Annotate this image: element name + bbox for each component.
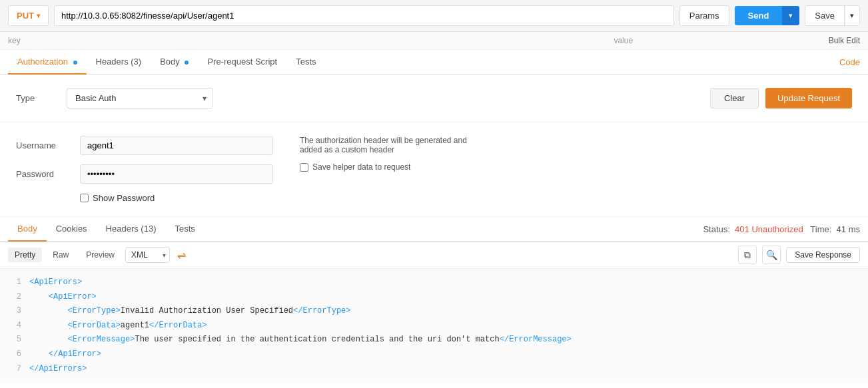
tab-headers[interactable]: Headers (3): [87, 50, 151, 75]
send-dropdown-button[interactable]: ▾: [782, 6, 799, 25]
method-label: PUT: [17, 11, 34, 21]
top-bar: PUT ▾ Params Send ▾ Save ▾: [0, 0, 868, 32]
params-key-label: key: [8, 36, 418, 45]
code-link[interactable]: Code: [839, 57, 860, 67]
line-num-5: 5: [8, 333, 21, 347]
save-helper-checkbox[interactable]: [300, 163, 308, 172]
code-line-3: 3 <ErrorType>Invalid Authorization User …: [8, 304, 860, 319]
username-input[interactable]: [80, 136, 273, 155]
save-response-button[interactable]: Save Response: [786, 247, 860, 263]
show-password-checkbox[interactable]: [80, 194, 89, 202]
save-group: Save ▾: [805, 5, 860, 26]
line-content-2: <ApiError>: [29, 290, 860, 305]
line-num-1: 1: [8, 276, 21, 290]
update-request-button[interactable]: Update Request: [765, 88, 852, 108]
password-row: Password: [16, 164, 273, 184]
time-prefix: Time:: [810, 224, 831, 234]
auth-actions: Clear Update Request: [710, 88, 852, 108]
line-content-1: <ApiErrors>: [29, 276, 860, 290]
auth-info-text: The authorization header will be generat…: [300, 136, 486, 154]
tab-tests[interactable]: Tests: [286, 50, 325, 75]
tab-prerequest[interactable]: Pre-request Script: [198, 50, 286, 75]
send-group: Send ▾: [735, 6, 800, 25]
tab-authorization-label: Authorization: [17, 57, 68, 67]
line-num-3: 3: [8, 304, 21, 319]
body-dot: [185, 61, 189, 65]
code-line-1: 1 <ApiErrors>: [8, 276, 860, 290]
bulk-edit-button[interactable]: Bulk Edit: [829, 36, 860, 45]
line-content-5: <ErrorMessage>The user specified in the …: [29, 333, 860, 347]
method-chevron-icon: ▾: [37, 12, 40, 19]
format-select-wrapper: XML JSON HTML Text Auto: [125, 247, 170, 263]
method-button[interactable]: PUT ▾: [8, 5, 49, 26]
send-button[interactable]: Send: [735, 6, 783, 25]
code-line-2: 2 <ApiError>: [8, 290, 860, 305]
username-row: Username: [16, 136, 273, 155]
wrap-icon[interactable]: ⇌: [174, 248, 189, 262]
request-tab-bar: Authorization Headers (3) Body Pre-reque…: [0, 50, 868, 75]
show-password-row: Show Password: [80, 193, 273, 203]
response-tab-bar: Body Cookies Headers (13) Tests Status: …: [0, 217, 868, 242]
params-button[interactable]: Params: [679, 5, 729, 26]
response-tab-headers[interactable]: Headers (13): [97, 217, 166, 242]
auth-info: The authorization header will be generat…: [300, 136, 486, 172]
format-tab-pretty[interactable]: Pretty: [8, 248, 42, 262]
code-line-4: 4 <ErrorData>agent1</ErrorData>: [8, 319, 860, 333]
response-tab-tests-label: Tests: [175, 224, 195, 234]
auth-section: Type No Auth Basic Auth Digest Auth OAut…: [0, 75, 868, 122]
code-panel: 1 <ApiErrors> 2 <ApiError> 3 <ErrorType>…: [0, 269, 868, 383]
line-content-6: </ApiError>: [29, 347, 860, 362]
response-tab-body[interactable]: Body: [8, 217, 47, 242]
search-icon[interactable]: 🔍: [762, 246, 781, 264]
response-tab-cookies[interactable]: Cookies: [47, 217, 97, 242]
format-bar: Pretty Raw Preview XML JSON HTML Text Au…: [0, 242, 868, 269]
line-num-4: 4: [8, 319, 21, 333]
tab-prerequest-label: Pre-request Script: [207, 57, 277, 67]
show-password-label: Show Password: [93, 193, 155, 203]
response-time: 41 ms: [837, 224, 860, 234]
code-line-5: 5 <ErrorMessage>The user specified in th…: [8, 333, 860, 347]
username-label: Username: [16, 140, 69, 150]
auth-fields: Username Password Show Password The auth…: [0, 122, 868, 217]
url-input[interactable]: [54, 5, 674, 26]
password-label: Password: [16, 169, 69, 179]
save-button[interactable]: Save: [805, 6, 844, 25]
save-helper-row: Save helper data to request: [300, 162, 486, 172]
response-tab-body-label: Body: [17, 224, 37, 234]
tab-tests-label: Tests: [296, 57, 316, 67]
authorization-dot: [73, 61, 77, 65]
line-num-2: 2: [8, 290, 21, 305]
save-dropdown-button[interactable]: ▾: [844, 6, 859, 25]
format-select[interactable]: XML JSON HTML Text Auto: [125, 247, 170, 263]
response-tab-cookies-label: Cookies: [56, 224, 87, 234]
code-line-7: 7 </ApiErrors>: [8, 362, 860, 377]
format-tab-preview[interactable]: Preview: [79, 248, 121, 262]
response-status: Status: 401 Unauthorized Time: 41 ms: [703, 224, 860, 234]
response-tab-tests[interactable]: Tests: [165, 217, 204, 242]
format-bar-right: ⧉ 🔍 Save Response: [738, 246, 860, 264]
tab-headers-label: Headers (3): [96, 57, 142, 67]
line-num-7: 7: [8, 362, 21, 377]
auth-type-select-wrapper: No Auth Basic Auth Digest Auth OAuth 1.0…: [67, 88, 213, 108]
status-prefix: Status:: [703, 224, 729, 234]
line-content-7: </ApiErrors>: [29, 362, 860, 377]
password-input[interactable]: [80, 164, 273, 184]
params-value-label: value: [418, 36, 829, 45]
auth-type-select[interactable]: No Auth Basic Auth Digest Auth OAuth 1.0…: [67, 88, 213, 108]
code-line-6: 6 </ApiError>: [8, 347, 860, 362]
response-tab-headers-label: Headers (13): [106, 224, 157, 234]
auth-type-row: Type No Auth Basic Auth Digest Auth OAut…: [16, 88, 852, 108]
auth-form: Username Password Show Password: [16, 136, 273, 203]
tab-body-label: Body: [160, 57, 180, 67]
clear-button[interactable]: Clear: [710, 88, 759, 108]
copy-icon[interactable]: ⧉: [738, 246, 757, 264]
format-tab-raw[interactable]: Raw: [46, 248, 75, 262]
status-code: 401 Unauthorized: [735, 224, 803, 234]
tab-authorization[interactable]: Authorization: [8, 50, 87, 75]
line-content-3: <ErrorType>Invalid Authorization User Sp…: [29, 304, 860, 319]
params-row: key value Bulk Edit: [0, 32, 868, 50]
line-content-4: <ErrorData>agent1</ErrorData>: [29, 319, 860, 333]
save-helper-label: Save helper data to request: [312, 162, 410, 172]
type-label: Type: [16, 93, 56, 103]
tab-body[interactable]: Body: [151, 50, 198, 75]
